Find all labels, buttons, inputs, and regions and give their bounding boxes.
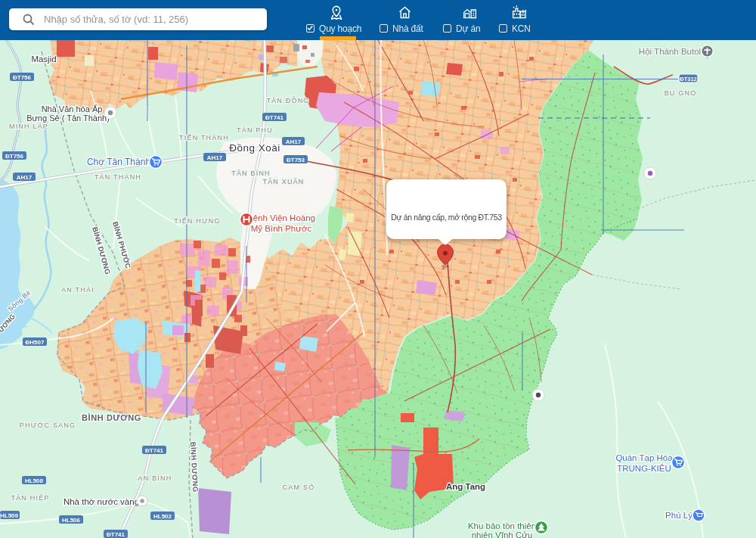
svg-text:TRUNG-KIÊU: TRUNG-KIÊU <box>617 464 671 473</box>
svg-text:Bệnh Viện Hoàng: Bệnh Viện Hoàng <box>247 213 315 222</box>
svg-text:TIẾN THÀNH: TIẾN THÀNH <box>179 134 229 141</box>
svg-text:ĐT741: ĐT741 <box>107 531 125 538</box>
svg-text:Đồng Xoài: Đồng Xoài <box>229 142 280 154</box>
svg-text:TÂN ĐỒNG: TÂN ĐỒNG <box>266 96 309 104</box>
svg-text:AN BÌNH: AN BÌNH <box>138 474 172 482</box>
svg-text:TIẾN HƯNG: TIẾN HƯNG <box>174 217 221 225</box>
svg-text:TÂN HIỆP: TÂN HIỆP <box>11 494 49 502</box>
svg-text:AH17: AH17 <box>286 138 302 145</box>
svg-text:BU GNO: BU GNO <box>665 89 697 97</box>
svg-text:nhiên Vĩnh Cửu: nhiên Vĩnh Cửu <box>472 530 533 538</box>
svg-text:TÂN THÀNH: TÂN THÀNH <box>94 173 141 181</box>
svg-text:Hội Thánh Butol: Hội Thánh Butol <box>639 47 701 56</box>
svg-text:HL502: HL502 <box>153 513 172 520</box>
svg-text:BÌNH DƯƠNG: BÌNH DƯƠNG <box>82 413 141 422</box>
svg-text:TÂN XUÂN: TÂN XUÂN <box>262 178 304 185</box>
svg-text:ĐT741: ĐT741 <box>265 114 284 121</box>
svg-text:PHƯỚC SANG: PHƯỚC SANG <box>20 421 76 429</box>
svg-text:HL509: HL509 <box>0 512 19 519</box>
svg-text:Nhà Văn hóa Ấp: Nhà Văn hóa Ấp <box>42 104 103 114</box>
svg-text:ĐH507: ĐH507 <box>26 339 45 346</box>
svg-text:MINH LẬP: MINH LẬP <box>9 123 48 130</box>
svg-text:Phú Lý: Phú Lý <box>665 511 692 520</box>
svg-text:Quán Tạp Hóa: Quán Tạp Hóa <box>615 453 673 462</box>
svg-text:ĐT753: ĐT753 <box>287 157 305 163</box>
svg-text:Khu bảo tồn thiên: Khu bảo tồn thiên <box>468 521 536 530</box>
svg-text:AH17: AH17 <box>17 174 33 181</box>
svg-text:Ang Tang: Ang Tang <box>446 482 485 491</box>
svg-text:AH17: AH17 <box>207 154 223 161</box>
svg-text:TÂN PHU: TÂN PHU <box>237 126 273 134</box>
svg-text:ĐT741: ĐT741 <box>145 447 164 454</box>
svg-text:HL508: HL508 <box>25 477 44 484</box>
svg-text:AN THÁI: AN THÁI <box>61 286 94 294</box>
svg-text:Masjid: Masjid <box>31 54 56 64</box>
svg-text:ĐT756: ĐT756 <box>13 74 32 81</box>
svg-text:TÂN BÌNH: TÂN BÌNH <box>231 169 271 177</box>
svg-text:Nhà thờ nước vàng: Nhà thờ nước vàng <box>64 497 139 506</box>
svg-text:Chợ Tân Thành: Chợ Tân Thành <box>87 157 150 167</box>
svg-text:HL506: HL506 <box>62 517 81 524</box>
svg-text:CAM SÔ: CAM SÔ <box>283 484 315 491</box>
svg-text:Bưng Sê ( Tân Thành): Bưng Sê ( Tân Thành) <box>26 114 110 123</box>
svg-text:Mỹ Bình Phước: Mỹ Bình Phước <box>251 224 312 233</box>
svg-text:ĐT312: ĐT312 <box>680 76 697 82</box>
svg-text:ĐT756: ĐT756 <box>5 153 24 160</box>
